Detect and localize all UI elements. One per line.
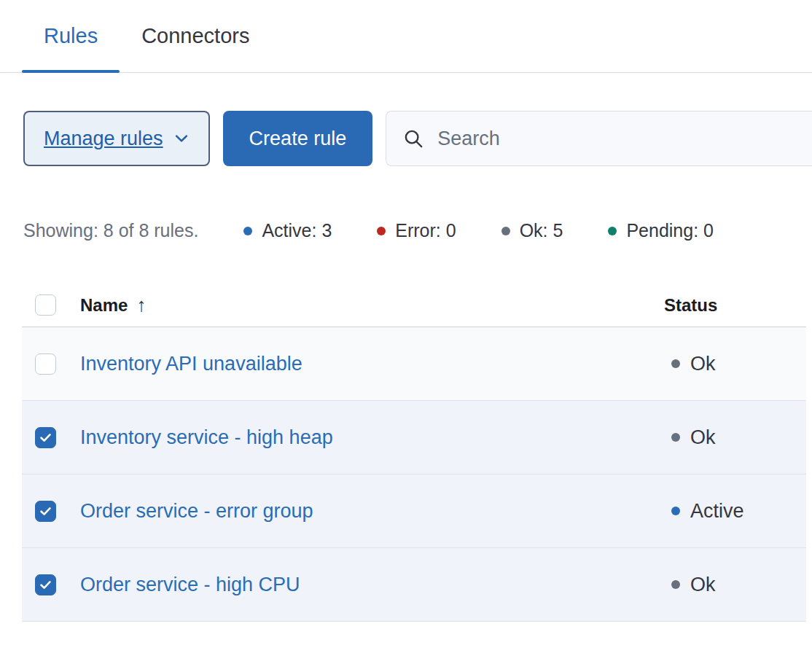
toolbar: Manage rules Create rule [23,111,812,166]
status-stat-label: Pending: 0 [626,220,714,241]
rule-status-dot [671,580,680,589]
status-dot [377,227,386,235]
search-input[interactable] [437,128,796,150]
rule-status-dot [671,359,680,368]
status-dot [243,227,252,235]
rule-status-dot [671,433,680,442]
rule-status-dot [671,507,680,515]
sort-ascending-icon[interactable]: ↑ [136,294,146,316]
rule-status-label: Ok [690,574,716,596]
table-row: Inventory API unavailable Ok [22,327,806,401]
rule-status-label: Ok [690,426,716,449]
tab-connectors-label: Connectors [141,24,249,48]
rules-page: Rules Connectors Manage rules Create rul… [0,0,812,622]
rule-name-link[interactable]: Inventory service - high heap [80,426,333,449]
tab-bar: Rules Connectors [0,0,812,73]
rule-name-link[interactable]: Inventory API unavailable [80,353,302,375]
table-header-row: Name ↑ Status [22,284,806,327]
status-column-header: Status [664,295,806,316]
table-row: Order service - error group Active [22,474,806,548]
search-box[interactable] [386,111,812,166]
status-stat: Error: 0 [377,220,456,241]
showing-count: Showing: 8 of 8 rules. [23,220,198,241]
status-stat-label: Active: 3 [262,220,332,241]
rule-status-label: Active [690,500,744,523]
status-stat: Pending: 0 [608,220,714,241]
status-stat-label: Error: 0 [395,220,456,241]
tab-connectors[interactable]: Connectors [120,0,271,72]
summary-bar: Showing: 8 of 8 rules. Active: 3 Error: … [23,220,789,241]
status-stat: Ok: 5 [501,220,563,241]
row-checkbox[interactable] [35,353,56,375]
tab-rules-label: Rules [44,24,98,48]
status-stat: Active: 3 [243,220,332,241]
name-column-header[interactable]: Name ↑ [80,294,664,316]
rules-table: Name ↑ Status Inventory API unavailable … [22,284,806,622]
row-checkbox[interactable] [35,501,56,522]
manage-rules-label: Manage rules [44,128,163,150]
rule-status-label: Ok [690,353,716,375]
status-dot [501,227,510,235]
row-checkbox[interactable] [35,427,56,448]
tab-rules[interactable]: Rules [22,0,120,72]
rule-name-link[interactable]: Order service - high CPU [80,574,300,596]
status-dot [608,227,617,235]
table-row: Order service - high CPU Ok [22,548,806,622]
create-rule-button[interactable]: Create rule [223,111,373,166]
chevron-down-icon [173,130,190,146]
manage-rules-button[interactable]: Manage rules [23,111,210,166]
search-icon [402,128,424,149]
table-body: Inventory API unavailable Ok Inventory s… [22,327,806,622]
status-stat-label: Ok: 5 [520,220,563,241]
row-checkbox[interactable] [35,574,56,595]
select-all-checkbox[interactable] [35,294,56,316]
status-stats: Active: 3 Error: 0 Ok: 5 Pending: 0 [243,220,714,241]
table-row: Inventory service - high heap Ok [22,401,806,474]
rule-name-link[interactable]: Order service - error group [80,500,313,523]
